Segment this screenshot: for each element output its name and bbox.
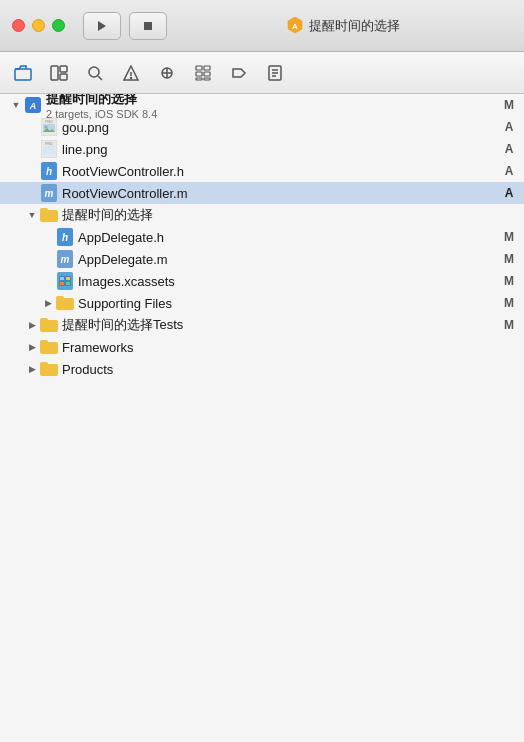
toolbar xyxy=(0,52,524,94)
stop-button[interactable] xyxy=(129,12,167,40)
report-icon[interactable] xyxy=(264,62,286,84)
xcassets-icon xyxy=(56,272,74,290)
disclosure-folder-tests[interactable] xyxy=(24,317,40,333)
titlebar: A 提醒时间的选择 xyxy=(0,0,524,52)
close-button[interactable] xyxy=(12,19,25,32)
tree-item-frameworks[interactable]: Frameworks xyxy=(0,336,524,358)
folder-main-icon xyxy=(40,206,58,224)
folder-label-tests: 提醒时间的选择Tests xyxy=(62,316,498,334)
file-label-rootvc-h: RootViewController.h xyxy=(62,164,498,179)
badge-appdelegate-m: M xyxy=(502,252,516,266)
file-label-line-png: line.png xyxy=(62,142,498,157)
folder-supporting-icon xyxy=(56,294,74,312)
svg-rect-21 xyxy=(204,78,210,80)
disclosure-frameworks[interactable] xyxy=(24,339,40,355)
folder-label-products: Products xyxy=(62,362,498,377)
png-file-icon: PNG xyxy=(40,118,58,136)
svg-rect-18 xyxy=(196,72,202,76)
folder-tests-icon xyxy=(40,316,58,334)
breakpoint-icon[interactable] xyxy=(228,62,250,84)
inspector-icon[interactable] xyxy=(48,62,70,84)
badge-gou-png: A xyxy=(502,120,516,134)
maximize-button[interactable] xyxy=(52,19,65,32)
search-icon[interactable] xyxy=(84,62,106,84)
project-badge: M xyxy=(502,98,516,112)
title-area: A 提醒时间的选择 xyxy=(175,17,512,35)
badge-line-png: A xyxy=(502,142,516,156)
m-file-icon: m xyxy=(40,184,58,202)
minimize-button[interactable] xyxy=(32,19,45,32)
tree-item-appdelegate-m[interactable]: m AppDelegate.m M xyxy=(0,248,524,270)
file-label-rootvc-m: RootViewController.m xyxy=(62,186,498,201)
source-control-icon[interactable] xyxy=(156,62,178,84)
svg-rect-19 xyxy=(204,72,210,76)
badge-tests: M xyxy=(502,318,516,332)
badge-supporting-files: M xyxy=(502,296,516,310)
disclosure-folder-main[interactable] xyxy=(24,207,40,223)
svg-text:A: A xyxy=(292,22,298,31)
svg-text:h: h xyxy=(62,232,68,243)
tree-item-products[interactable]: Products xyxy=(0,358,524,380)
m-file-icon-2: m xyxy=(56,250,74,268)
badge-rootvc-h: A xyxy=(502,164,516,178)
disclosure-supporting-files[interactable] xyxy=(40,295,56,311)
project-name: 提醒时间的选择 xyxy=(46,94,498,108)
tree-item-supporting-files[interactable]: Supporting Files M xyxy=(0,292,524,314)
h-file-icon: h xyxy=(40,162,58,180)
tree-item-gou-png[interactable]: PNG gou.png A xyxy=(0,116,524,138)
svg-text:h: h xyxy=(46,166,52,177)
svg-text:PNG: PNG xyxy=(45,142,53,146)
tree-item-folder-main[interactable]: 提醒时间的选择 xyxy=(0,204,524,226)
folder-main-label: 提醒时间的选择 xyxy=(62,206,498,224)
file-label-appdelegate-m: AppDelegate.m xyxy=(78,252,498,267)
play-button[interactable] xyxy=(83,12,121,40)
tree-item-appdelegate-h[interactable]: h AppDelegate.h M xyxy=(0,226,524,248)
svg-text:m: m xyxy=(45,188,54,199)
svg-text:A: A xyxy=(29,101,37,111)
svg-rect-5 xyxy=(51,66,58,80)
svg-rect-20 xyxy=(196,78,202,80)
project-icon: A xyxy=(24,96,42,114)
issue-navigator-icon[interactable] xyxy=(120,62,142,84)
file-label-gou-png: gou.png xyxy=(62,120,498,135)
svg-rect-48 xyxy=(60,282,64,285)
file-navigator: A 提醒时间的选择 2 targets, iOS SDK 8.4 M PNG g… xyxy=(0,94,524,742)
folder-products-icon xyxy=(40,360,58,378)
svg-point-12 xyxy=(131,77,132,78)
folder-frameworks-icon xyxy=(40,338,58,356)
svg-rect-4 xyxy=(15,69,31,80)
svg-rect-49 xyxy=(66,282,70,285)
tree-item-line-png[interactable]: PNG line.png A xyxy=(0,138,524,160)
svg-rect-17 xyxy=(204,66,210,70)
badge-rootvc-m: A xyxy=(502,186,516,200)
disclosure-products[interactable] xyxy=(24,361,40,377)
tree-item-images-xcassets[interactable]: Images.xcassets M xyxy=(0,270,524,292)
svg-text:m: m xyxy=(61,254,70,265)
svg-line-9 xyxy=(98,76,102,80)
svg-text:PNG: PNG xyxy=(45,120,53,124)
svg-rect-47 xyxy=(66,277,70,280)
svg-rect-16 xyxy=(196,66,202,70)
badge-appdelegate-h: M xyxy=(502,230,516,244)
navigator-icon[interactable] xyxy=(12,62,34,84)
disclosure-project-root[interactable] xyxy=(8,97,24,113)
window-title: 提醒时间的选择 xyxy=(309,17,400,35)
file-label-appdelegate-h: AppDelegate.h xyxy=(78,230,498,245)
tree-item-folder-tests[interactable]: 提醒时间的选择Tests M xyxy=(0,314,524,336)
png-file-icon-2: PNG xyxy=(40,140,58,158)
traffic-lights xyxy=(12,19,65,32)
h-file-icon-2: h xyxy=(56,228,74,246)
folder-label-supporting-files: Supporting Files xyxy=(78,296,498,311)
build-icon[interactable] xyxy=(192,62,214,84)
svg-marker-0 xyxy=(98,21,106,31)
svg-rect-34 xyxy=(43,146,55,154)
svg-rect-1 xyxy=(144,22,152,30)
tree-item-project-root[interactable]: A 提醒时间的选择 2 targets, iOS SDK 8.4 M xyxy=(0,94,524,116)
file-label-images-xcassets: Images.xcassets xyxy=(78,274,498,289)
tree-item-rootvc-m[interactable]: m RootViewController.m A xyxy=(0,182,524,204)
svg-rect-7 xyxy=(60,74,67,80)
svg-rect-46 xyxy=(60,277,64,280)
tree-item-rootvc-h[interactable]: h RootViewController.h A xyxy=(0,160,524,182)
folder-label-frameworks: Frameworks xyxy=(62,340,498,355)
app-icon: A xyxy=(287,17,303,35)
